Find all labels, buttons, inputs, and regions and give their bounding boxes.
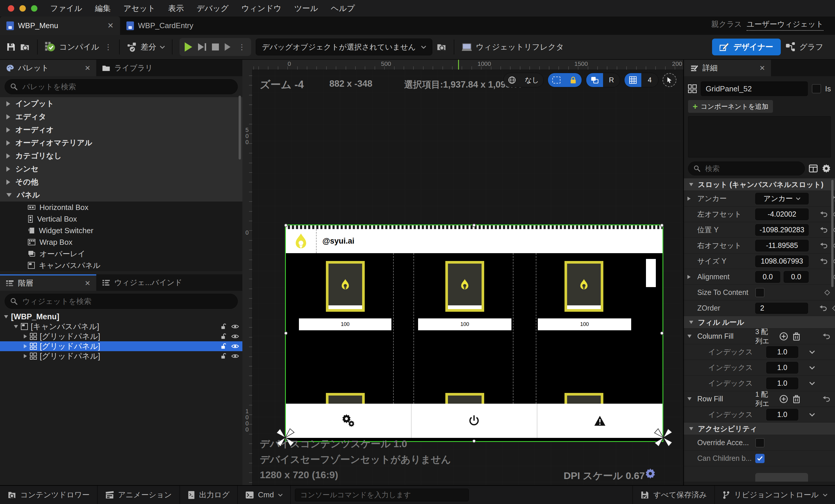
display-filter-icon[interactable]	[809, 164, 818, 173]
anchor-dropdown[interactable]: アンカー	[755, 193, 809, 204]
browse-debug-icon[interactable]	[437, 42, 447, 52]
palette-item-horizontal-box[interactable]: Horizontal Box	[0, 202, 242, 213]
size-to-content-checkbox[interactable]	[755, 288, 765, 297]
graph-mode-button[interactable]: グラフ	[786, 42, 823, 52]
right-offset-input[interactable]: -11.89585	[755, 240, 809, 251]
palette-search-input[interactable]	[22, 82, 232, 92]
alignment-y-input[interactable]: 0.0	[784, 271, 809, 283]
respect-locks-button[interactable]: R	[603, 73, 620, 87]
cmd-dropdown[interactable]: Cmd	[238, 486, 291, 504]
reset-to-default-icon[interactable]	[819, 305, 827, 311]
card-1[interactable]	[326, 261, 365, 312]
console-command-input[interactable]	[300, 490, 464, 499]
details-search-input[interactable]	[705, 164, 799, 173]
reset-to-default-icon[interactable]	[822, 396, 830, 402]
alignment-x-input[interactable]: 0.0	[755, 271, 780, 283]
palette-item-canvas-panel[interactable]: キャンバスパネル	[0, 260, 242, 271]
stop-icon[interactable]	[212, 43, 219, 51]
cursor-tool-icon[interactable]	[663, 73, 676, 87]
dpi-settings-gear-icon[interactable]	[645, 468, 656, 479]
resize-handle[interactable]	[284, 331, 288, 335]
save-status-button[interactable]: すべて保存済み	[632, 486, 714, 504]
position-y-input[interactable]: -1098.290283	[755, 224, 809, 236]
skip-to-end-icon[interactable]	[225, 43, 230, 51]
play-options-icon[interactable]: ⋮	[238, 43, 246, 52]
menu-window[interactable]: ウィンドウ	[242, 3, 282, 14]
visibility-eye-icon[interactable]	[231, 352, 239, 360]
visibility-eye-icon[interactable]	[231, 343, 239, 350]
add-element-icon[interactable]	[779, 332, 788, 341]
section-accessibility[interactable]: アクセシビリティ	[684, 423, 835, 435]
resize-pinwheel-handle[interactable]	[653, 427, 674, 448]
tab-wbp-cardentry[interactable]: WBP_CardEntry	[120, 17, 200, 35]
delete-elements-icon[interactable]	[793, 395, 800, 403]
resize-handle[interactable]	[660, 331, 664, 335]
save-icon[interactable]	[6, 42, 16, 52]
expander-icon[interactable]	[688, 275, 691, 279]
tree-row-grid-panel-1[interactable]: [グリッドパネル]	[0, 331, 242, 341]
palette-category-synth[interactable]: シンセ	[0, 162, 242, 176]
menu-tools[interactable]: ツール	[294, 3, 318, 14]
compile-options-icon[interactable]: ⋮	[104, 43, 112, 52]
chevron-down-icon[interactable]	[809, 350, 815, 354]
menu-debug[interactable]: デバッグ	[197, 3, 229, 14]
size-y-input[interactable]: 1098.067993	[755, 256, 809, 267]
hierarchy-search-input[interactable]	[22, 297, 232, 306]
index-value-input[interactable]: 1.0	[766, 378, 798, 389]
widget-name-input[interactable]	[705, 84, 803, 94]
delete-elements-icon[interactable]	[793, 332, 800, 341]
menu-view[interactable]: 表示	[168, 3, 184, 14]
resize-handle[interactable]	[472, 224, 476, 227]
tab-wbp-menu[interactable]: WBP_Menu ✕	[0, 17, 120, 35]
details-scrollbar[interactable]	[831, 180, 834, 287]
menu-edit[interactable]: 編集	[95, 3, 111, 14]
designer-mode-button[interactable]: デザイナー	[712, 39, 781, 55]
tree-row-grid-panel-2-selected[interactable]: [グリッドパネル]	[0, 341, 242, 351]
close-icon[interactable]: ✕	[85, 279, 90, 287]
widget-reflector-button[interactable]: ウィジェットリフレクタ	[461, 42, 564, 52]
palette-category-uncategorized[interactable]: カテゴリなし	[0, 149, 242, 162]
parent-class-link[interactable]: ユーザーウィジェット	[747, 19, 823, 31]
output-log-button[interactable]: 出力ログ	[180, 486, 238, 504]
details-search[interactable]	[688, 162, 805, 176]
palette-category-input[interactable]: インプット	[0, 97, 242, 110]
dashed-outline-icon[interactable]	[548, 73, 565, 87]
palette-category-other[interactable]: その他	[0, 176, 242, 188]
chevron-down-icon[interactable]	[809, 366, 815, 369]
preview-widget-canvas[interactable]: @syui.ai 100 100 100	[286, 225, 663, 441]
close-icon[interactable]: ✕	[759, 64, 765, 72]
tab-widget-bind[interactable]: ウィジェ...バインド	[96, 274, 188, 291]
reset-to-default-icon[interactable]	[820, 243, 828, 248]
tab-details[interactable]: 詳細 ✕	[684, 60, 771, 76]
chevron-down-icon[interactable]	[809, 382, 815, 385]
palette-category-audio-material[interactable]: オーディオマテリアル	[0, 136, 242, 149]
override-accessible-checkbox[interactable]	[755, 438, 765, 447]
compile-button[interactable]: コンパイル ⋮	[45, 41, 112, 53]
close-tab-icon[interactable]: ✕	[107, 21, 114, 30]
zoom-window-button[interactable]	[31, 5, 37, 12]
index-value-input[interactable]: 1.0	[766, 409, 798, 421]
settings-gear-icon[interactable]	[822, 164, 831, 173]
tab-palette[interactable]: パレット ✕	[0, 60, 96, 76]
unlock-icon[interactable]	[220, 323, 227, 330]
close-window-button[interactable]	[8, 5, 14, 12]
reset-to-default-icon[interactable]	[820, 227, 828, 233]
tree-row-wbp-menu[interactable]: [WBP_Menu]	[0, 312, 242, 322]
tab-library[interactable]: ライブラリ	[96, 60, 159, 76]
settings-gears-icon[interactable]	[286, 404, 411, 438]
palette-category-audio[interactable]: オーディオ	[0, 123, 242, 136]
card-3[interactable]	[565, 261, 603, 312]
grid-snap-icon[interactable]	[625, 73, 641, 87]
add-element-icon[interactable]	[779, 395, 788, 403]
resize-handle[interactable]	[472, 439, 476, 443]
visibility-eye-icon[interactable]	[231, 333, 239, 340]
bind-diamond-icon[interactable]	[824, 289, 830, 296]
hierarchy-search[interactable]	[5, 294, 238, 309]
browse-asset-icon[interactable]	[20, 42, 30, 52]
palette-category-panel[interactable]: パネル	[0, 188, 242, 202]
grid-snap-size[interactable]: 4	[641, 73, 658, 87]
debug-object-dropdown[interactable]: デバッグオブジェクトが選択されていません	[256, 39, 432, 55]
unlock-icon[interactable]	[220, 333, 227, 340]
resize-handle[interactable]	[660, 224, 664, 227]
close-icon[interactable]: ✕	[85, 64, 90, 72]
